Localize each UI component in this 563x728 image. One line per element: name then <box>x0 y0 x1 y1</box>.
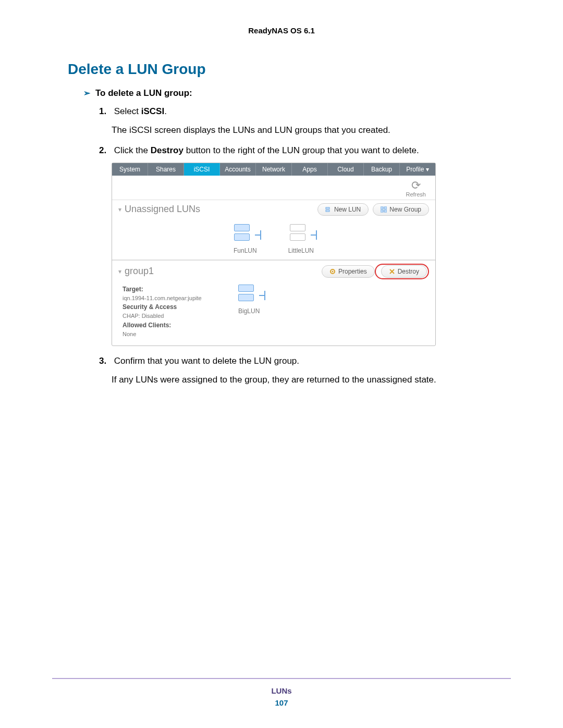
nav-apps[interactable]: Apps <box>292 163 328 176</box>
nav-profile[interactable]: Profile ▾ <box>400 163 435 176</box>
destroy-button[interactable]: Destroy <box>381 265 427 278</box>
lun-label: BigLUN <box>238 307 260 315</box>
unassigned-luns-header[interactable]: Unassigned LUNs <box>118 204 313 215</box>
step-3: 3. Confirm that you want to delete the L… <box>99 354 511 368</box>
security-label: Security & Access <box>123 302 202 312</box>
lun-label: FunLUN <box>234 247 257 254</box>
step-1: 1. Select iSCSI. <box>99 105 511 118</box>
screenshot-panel: System Shares iSCSI Accounts Network App… <box>112 163 436 347</box>
svg-rect-5 <box>384 210 387 212</box>
nav-shares[interactable]: Shares <box>148 163 184 176</box>
destroy-icon <box>389 268 395 275</box>
destroy-highlight: Destroy <box>375 264 429 279</box>
destroy-label: Destroy <box>398 268 419 275</box>
step-number: 3. <box>99 354 112 368</box>
clients-label: Allowed Clients: <box>123 320 202 330</box>
nav-cloud[interactable]: Cloud <box>328 163 364 176</box>
step-1-cont: The iSCSI screen displays the LUNs and L… <box>112 124 511 137</box>
lun-item-littlelun[interactable]: LittleLUN <box>288 224 314 254</box>
target-label: Target: <box>123 285 202 294</box>
footer-page-number: 107 <box>52 698 511 707</box>
step-3-text: Confirm that you want to delete the LUN … <box>114 356 299 366</box>
section-title: Delete a LUN Group <box>68 61 511 78</box>
lun-item-funlun[interactable]: FunLUN <box>234 224 257 254</box>
nav-accounts[interactable]: Accounts <box>220 163 256 176</box>
svg-rect-3 <box>384 207 387 209</box>
doc-header: ReadyNAS OS 6.1 <box>52 26 511 35</box>
procedure-title: To delete a LUN group: <box>83 88 511 98</box>
nav-system[interactable]: System <box>112 163 148 176</box>
group-icon <box>381 206 387 213</box>
step-number: 2. <box>99 144 112 157</box>
lun-item-biglun[interactable]: BigLUN <box>238 285 260 339</box>
lun-icon <box>238 285 260 305</box>
step-2: 2. Click the Destroy button to the right… <box>99 144 511 157</box>
new-group-label: New Group <box>389 206 421 213</box>
svg-rect-2 <box>381 207 383 209</box>
new-lun-button[interactable]: New LUN <box>317 203 369 216</box>
svg-rect-0 <box>326 207 329 209</box>
gear-icon <box>329 268 336 275</box>
group-metadata: Target: iqn.1994-11.com.netgear:jupite S… <box>123 285 202 339</box>
svg-point-7 <box>332 270 333 272</box>
step-3-cont: If any LUNs were assigned to the group, … <box>112 373 511 387</box>
refresh-button[interactable]: ⟳ Refresh <box>406 180 426 198</box>
refresh-label: Refresh <box>406 191 426 198</box>
svg-rect-4 <box>381 210 383 212</box>
properties-button[interactable]: Properties <box>322 265 375 278</box>
nav-backup[interactable]: Backup <box>364 163 400 176</box>
refresh-icon: ⟳ <box>406 180 426 191</box>
new-lun-label: New LUN <box>334 206 361 213</box>
footer-section-label: LUNs <box>52 686 511 695</box>
new-group-button[interactable]: New Group <box>373 203 429 216</box>
nav-network[interactable]: Network <box>256 163 292 176</box>
group1-header[interactable]: group1 <box>118 266 317 277</box>
security-value: CHAP: Disabled <box>123 312 202 320</box>
target-value: iqn.1994-11.com.netgear:jupite <box>123 294 202 303</box>
nav-bar: System Shares iSCSI Accounts Network App… <box>112 163 435 176</box>
clients-value: None <box>123 330 202 339</box>
properties-label: Properties <box>338 268 367 275</box>
lun-icon <box>290 224 312 245</box>
page-footer: LUNs 107 <box>52 678 511 707</box>
lun-icon <box>325 206 332 213</box>
nav-iscsi[interactable]: iSCSI <box>184 163 220 176</box>
svg-rect-1 <box>326 210 329 212</box>
step-number: 1. <box>99 105 112 118</box>
lun-label: LittleLUN <box>288 247 314 254</box>
lun-icon <box>234 224 256 245</box>
